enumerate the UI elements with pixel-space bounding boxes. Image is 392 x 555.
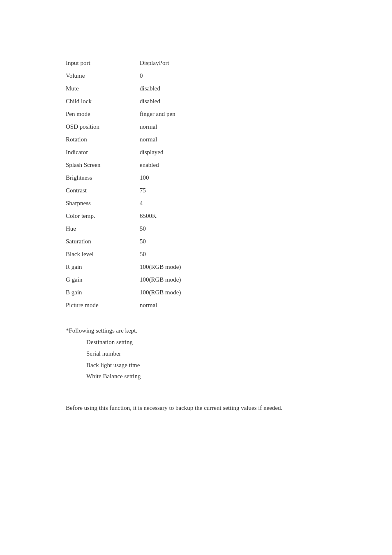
- setting-label: Brightness: [66, 172, 140, 183]
- table-row: Black level50: [66, 249, 362, 260]
- list-item: White Balance setting: [86, 371, 362, 382]
- footnote-title: *Following settings are kept.: [66, 327, 362, 334]
- table-row: Mutedisabled: [66, 83, 362, 94]
- setting-value: 50: [140, 249, 146, 260]
- table-row: G gain100(RGB mode): [66, 274, 362, 285]
- setting-value: 100(RGB mode): [140, 287, 181, 298]
- setting-label: Hue: [66, 223, 140, 234]
- setting-value: 6500K: [140, 210, 157, 222]
- table-row: Splash Screenenabled: [66, 160, 362, 171]
- setting-value: normal: [140, 134, 157, 145]
- setting-label: Contrast: [66, 185, 140, 196]
- setting-label: Saturation: [66, 236, 140, 247]
- table-row: Saturation50: [66, 236, 362, 247]
- setting-label: B gain: [66, 287, 140, 298]
- table-row: R gain100(RGB mode): [66, 261, 362, 273]
- setting-label: Pen mode: [66, 109, 140, 120]
- table-row: Child lockdisabled: [66, 96, 362, 107]
- footnote-list: Destination settingSerial numberBack lig…: [86, 337, 362, 382]
- setting-value: 100(RGB mode): [140, 261, 181, 273]
- table-row: B gain100(RGB mode): [66, 287, 362, 298]
- setting-value: 75: [140, 185, 146, 196]
- setting-label: Volume: [66, 70, 140, 81]
- footnote-section: *Following settings are kept. Destinatio…: [66, 327, 362, 382]
- table-row: Brightness100: [66, 172, 362, 183]
- table-row: Sharpness4: [66, 198, 362, 209]
- setting-value: disabled: [140, 96, 160, 107]
- setting-value: finger and pen: [140, 109, 175, 120]
- setting-label: Picture mode: [66, 300, 140, 311]
- setting-value: 0: [140, 70, 143, 81]
- list-item: Back light usage time: [86, 360, 362, 371]
- list-item: Serial number: [86, 348, 362, 360]
- setting-value: 100: [140, 172, 149, 183]
- settings-table: Input portDisplayPortVolume0Mutedisabled…: [66, 58, 362, 311]
- table-row: Rotationnormal: [66, 134, 362, 145]
- setting-label: OSD position: [66, 121, 140, 132]
- setting-label: Child lock: [66, 96, 140, 107]
- table-row: Picture modenormal: [66, 300, 362, 311]
- table-row: Contrast75: [66, 185, 362, 196]
- table-row: Color temp.6500K: [66, 210, 362, 222]
- table-row: OSD positionnormal: [66, 121, 362, 132]
- setting-label: Color temp.: [66, 210, 140, 222]
- main-content: Input portDisplayPortVolume0Mutedisabled…: [66, 58, 362, 413]
- table-row: Hue50: [66, 223, 362, 234]
- setting-label: G gain: [66, 274, 140, 285]
- notice-text: Before using this function, it is necess…: [66, 403, 362, 413]
- setting-label: Input port: [66, 58, 140, 69]
- setting-value: enabled: [140, 160, 159, 171]
- setting-value: normal: [140, 300, 157, 311]
- setting-value: 4: [140, 198, 143, 209]
- setting-label: R gain: [66, 261, 140, 273]
- setting-label: Rotation: [66, 134, 140, 145]
- table-row: Indicatordisplayed: [66, 147, 362, 158]
- setting-label: Mute: [66, 83, 140, 94]
- list-item: Destination setting: [86, 337, 362, 348]
- setting-value: DisplayPort: [140, 58, 169, 69]
- setting-label: Sharpness: [66, 198, 140, 209]
- setting-value: 50: [140, 236, 146, 247]
- setting-value: 100(RGB mode): [140, 274, 181, 285]
- setting-value: displayed: [140, 147, 164, 158]
- setting-value: 50: [140, 223, 146, 234]
- setting-value: disabled: [140, 83, 160, 94]
- setting-label: Indicator: [66, 147, 140, 158]
- table-row: Input portDisplayPort: [66, 58, 362, 69]
- setting-label: Splash Screen: [66, 160, 140, 171]
- setting-label: Black level: [66, 249, 140, 260]
- table-row: Pen modefinger and pen: [66, 109, 362, 120]
- table-row: Volume0: [66, 70, 362, 81]
- setting-value: normal: [140, 121, 157, 132]
